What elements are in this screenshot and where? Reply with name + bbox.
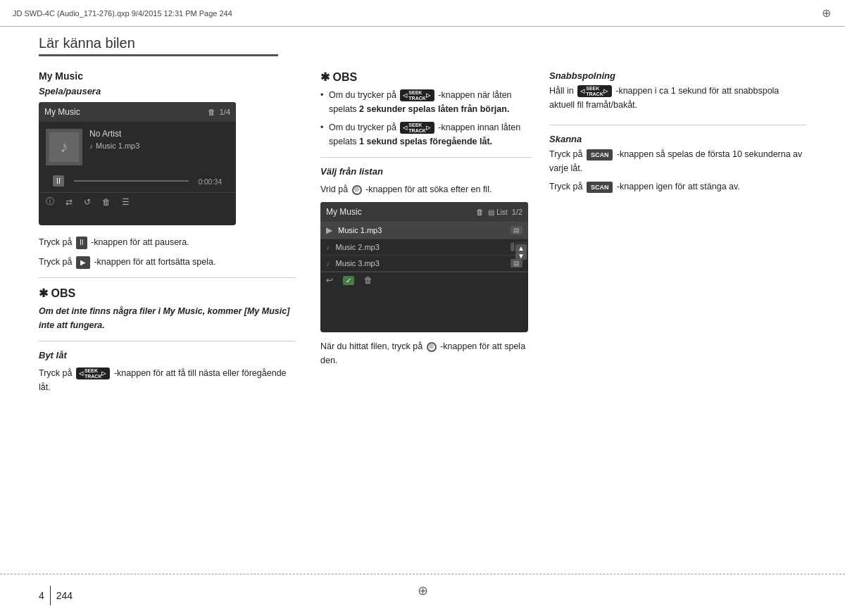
track-artist: No Artist — [89, 129, 229, 139]
spela-pausera-heading: Spela/pausera — [39, 86, 296, 96]
byt-lat-heading: Byt låt — [39, 350, 296, 360]
pause-text: Tryck på II -knappen för att pausera. — [39, 235, 296, 249]
list-item-name-1: Music 1.mp3 — [338, 226, 505, 234]
seek-left-arrow: ◁ — [79, 370, 83, 377]
page-title-section: Lär känna bilen — [39, 35, 806, 56]
after-list-prefix: När du hittat filen, tryck på — [320, 341, 423, 351]
list-icon: ☰ — [122, 197, 130, 207]
crosshair-icon: ⊕ — [820, 7, 832, 20]
pause-badge: II — [76, 237, 87, 249]
info-icon: ⓘ — [46, 196, 54, 208]
mid-divider — [320, 157, 532, 158]
obs-heading-mid-text: ✱ OBS — [320, 70, 357, 84]
player-count: 1/4 — [220, 108, 230, 116]
list-item-1: ▶ Music 1.mp3 ▤ — [320, 222, 528, 239]
page-title: Lär känna bilen — [39, 35, 806, 51]
skanna-suffix2: -knappen igen för att stänga av. — [617, 182, 740, 191]
top-bar: JD SWD-4C (Audio_171-276).qxp 9/4/2015 1… — [0, 0, 845, 27]
skanna-prefix2: Tryck på — [549, 182, 582, 191]
check-icon: ✓ — [343, 276, 354, 285]
pause-button[interactable]: II — [53, 175, 64, 187]
play-icon-1: ▶ — [326, 225, 332, 235]
seek-right-arrow: ▷ — [101, 370, 106, 377]
list-header: My Music 🗑 ▤ List 1/2 — [320, 202, 528, 222]
obs-body-left: Om det inte finns några filer i My Music… — [39, 304, 296, 332]
seek-track-badge-left: ◁ SEEK TRACK ▷ — [76, 367, 111, 379]
album-art-inner: ♪ — [49, 132, 79, 162]
list-item-name-3: Music 3.mp3 — [336, 259, 506, 268]
seek-badge-1: ◁ SEEK TRACK ▷ — [400, 89, 434, 101]
track-info: No Artist ♪ Music 1.mp3 — [89, 129, 229, 150]
list-header-title: My Music — [326, 207, 472, 217]
valj-body: Vrid på ◎ -knappen för att söka efter en… — [320, 182, 532, 196]
bottom-bar: 4 244 ⊕ — [0, 574, 845, 616]
seek-text: SEEK TRACK — [84, 368, 102, 379]
bullet-1-text1: Om du trycker på — [329, 90, 399, 100]
snabbspolning-section: Snabbspolning Håll in ◁ SEEK TRACK ▷ -kn… — [549, 70, 806, 112]
knob-icon: ◎ — [352, 185, 362, 195]
list-count: 1/2 — [512, 208, 522, 216]
list-sub-label: ▤ List — [488, 208, 507, 216]
list-body: ▶ Music 1.mp3 ▤ ♪ Music 2.mp3 ▤ ♪ Music … — [320, 222, 528, 272]
play-text-prefix: Tryck på — [39, 257, 72, 267]
snabbspolning-body: Håll in ◁ SEEK TRACK ▷ -knappen i ca 1 s… — [549, 84, 806, 112]
list-footer-trash: 🗑 — [364, 275, 373, 285]
player-title: My Music — [44, 107, 204, 117]
valj-suffix: -knappen för att söka efter en fil. — [365, 184, 492, 194]
shuffle-icon: ⇄ — [65, 197, 73, 207]
list-item-3: ♪ Music 3.mp3 ▤ — [320, 256, 528, 272]
divider2 — [39, 341, 296, 341]
right-divider — [549, 125, 806, 125]
left-column: My Music Spela/pausera My Music 🗑 1/4 ♪ … — [39, 70, 310, 560]
player-body: ♪ No Artist ♪ Music 1.mp3 — [39, 122, 236, 170]
player-footer: ⓘ ⇄ ↺ 🗑 ☰ — [39, 192, 236, 210]
list-btn-1: ▤ — [511, 226, 522, 234]
play-text: Tryck på ▶ -knappen för att fortsätta sp… — [39, 255, 296, 269]
album-art: ♪ — [46, 129, 82, 165]
page-divider — [50, 586, 51, 605]
pause-text-suffix: -knappen för att pausera. — [91, 237, 189, 247]
play-text-suffix: -knappen för att fortsätta spela. — [94, 257, 215, 267]
player-screen: My Music 🗑 1/4 ♪ No Artist ♪ Music 1.mp3 — [39, 102, 236, 225]
track-name: ♪ Music 1.mp3 — [89, 142, 229, 150]
scroll-up-arrow[interactable]: ▲ — [515, 244, 527, 252]
progress-area: II 0:00:34 — [39, 170, 236, 192]
bullet-2: Om du trycker på ◁ SEEK TRACK ▷ -knappen… — [320, 120, 532, 149]
obs-bullets: Om du trycker på ◁ SEEK TRACK ▷ -knappen… — [320, 88, 532, 149]
seek-badge-2: ◁ SEEK TRACK ▷ — [400, 122, 434, 134]
crosshair-bottom-icon: ⊕ — [418, 583, 428, 598]
valj-prefix: Vrid på — [320, 184, 348, 194]
list-item-2: ♪ Music 2.mp3 ▤ — [320, 239, 528, 256]
track-name-text: Music 1.mp3 — [96, 142, 139, 150]
delete-icon: 🗑 — [102, 197, 111, 207]
list-btn-3: ▤ — [511, 259, 522, 268]
progress-line — [74, 180, 189, 182]
after-list-text: När du hittat filen, tryck på ◎ -knappen… — [320, 339, 532, 367]
skanna-heading: Skanna — [549, 134, 806, 144]
obs-heading-mid: ✱ OBS — [320, 70, 532, 84]
play-badge: ▶ — [76, 256, 90, 269]
my-music-heading: My Music — [39, 70, 296, 82]
page-prefix: 4 — [39, 590, 44, 601]
note-icon-2: ♪ — [326, 243, 330, 251]
skanna-body1: Tryck på SCAN -knappen så spelas de förs… — [549, 147, 806, 175]
byt-lat-body: Tryck på ◁ SEEK TRACK ▷ -knappen för att… — [39, 366, 296, 394]
skanna-section: Skanna Tryck på SCAN -knappen så spelas … — [549, 134, 806, 194]
skanna-body2: Tryck på SCAN -knappen igen för att stän… — [549, 180, 806, 194]
knob-icon-2: ◎ — [427, 342, 437, 352]
list-footer: ↩ ✓ 🗑 — [320, 272, 528, 288]
music-note-large-icon: ♪ — [61, 138, 68, 156]
page-number: 244 — [56, 590, 73, 601]
page-number-box: 4 244 — [39, 586, 73, 605]
back-icon: ↩ — [326, 275, 333, 285]
list-header-trash-icon: 🗑 — [476, 208, 484, 216]
content-area: My Music Spela/pausera My Music 🗑 1/4 ♪ … — [39, 70, 806, 560]
skanna-prefix1: Tryck på — [549, 149, 582, 159]
player-header: My Music 🗑 1/4 — [39, 102, 236, 122]
music-note-small-icon: ♪ — [89, 142, 93, 150]
list-item-name-2: Music 2.mp3 — [336, 243, 506, 251]
obs-heading-text: ✱ OBS — [39, 287, 75, 300]
mid-column: ✱ OBS Om du trycker på ◁ SEEK TRACK ▷ -k… — [310, 70, 542, 560]
note-icon-3: ♪ — [326, 259, 330, 268]
scroll-down-arrow[interactable]: ▼ — [515, 252, 527, 260]
